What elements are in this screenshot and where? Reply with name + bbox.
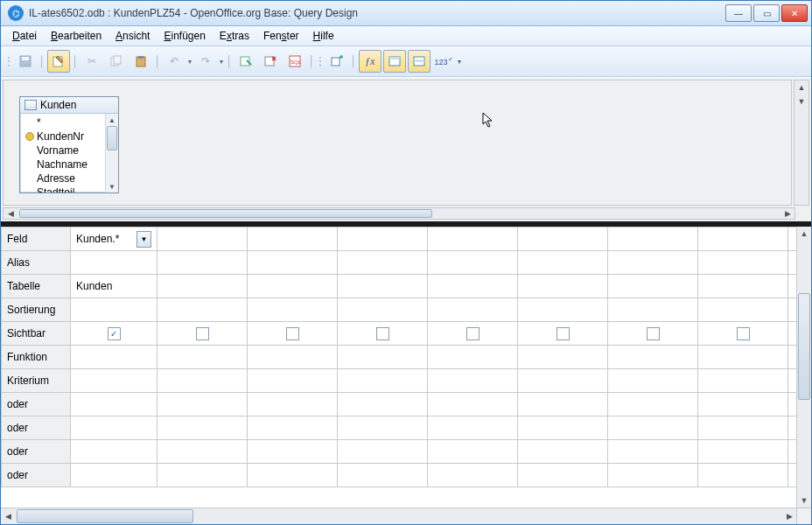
grid-cell[interactable]	[338, 393, 428, 416]
grid-cell[interactable]	[608, 298, 698, 322]
menu-help[interactable]: Hilfe	[307, 28, 340, 44]
table-canvas[interactable]: Kunden *KundenNrVornameNachnameAdresseSt…	[3, 80, 792, 206]
grid-cell[interactable]	[608, 416, 698, 440]
grid-cell[interactable]	[428, 464, 518, 487]
distinct-dropdown[interactable]: ▾	[456, 58, 463, 66]
copy-button[interactable]	[105, 50, 128, 73]
scroll-thumb[interactable]	[19, 209, 432, 218]
grid-cell[interactable]	[428, 322, 518, 346]
grid-cell[interactable]	[428, 369, 518, 393]
grid-cell[interactable]	[788, 251, 797, 275]
grid-cell[interactable]	[71, 464, 158, 487]
grid-cell[interactable]	[158, 369, 248, 393]
grid-cell[interactable]: Kunden.*▼	[71, 228, 158, 251]
scroll-down-icon[interactable]: ▼	[106, 180, 118, 192]
scroll-down-icon[interactable]: ▼	[794, 94, 808, 108]
redo-dropdown[interactable]: ▾	[218, 58, 225, 66]
grid-cell[interactable]	[518, 440, 608, 464]
visible-checkbox[interactable]	[647, 327, 660, 340]
edit-mode-button[interactable]	[47, 50, 70, 73]
sql-view-button[interactable]: SQL	[284, 50, 306, 73]
grid-cell[interactable]	[608, 346, 698, 369]
grid-cell[interactable]	[71, 369, 158, 393]
grid-cell[interactable]	[788, 416, 797, 440]
menu-insert[interactable]: Einfügen	[158, 28, 211, 44]
grid-cell[interactable]	[71, 393, 158, 416]
grid-cell[interactable]	[698, 393, 788, 416]
grid-cell[interactable]	[518, 228, 608, 251]
grid-cell[interactable]	[338, 464, 428, 487]
grid-cell[interactable]	[518, 393, 608, 416]
table-scrollbar[interactable]: ▲ ▼	[105, 114, 118, 192]
grid-cell[interactable]	[248, 298, 338, 322]
grid-cell[interactable]	[518, 298, 608, 322]
grid-cell[interactable]	[518, 416, 608, 440]
design-grid[interactable]: FeldKunden.*▼AliasTabelleKundenSortierun…	[1, 227, 796, 508]
scroll-down-icon[interactable]: ▼	[797, 494, 811, 508]
visible-checkbox[interactable]	[737, 327, 750, 340]
functions-button[interactable]: ƒx	[359, 50, 382, 73]
visible-checkbox[interactable]	[466, 327, 480, 340]
scroll-up-icon[interactable]: ▲	[794, 80, 808, 94]
scroll-thumb[interactable]	[17, 509, 193, 523]
add-table-button[interactable]	[326, 50, 348, 73]
grid-cell[interactable]	[158, 440, 248, 464]
grid-cell[interactable]	[698, 275, 788, 298]
field-list[interactable]: *KundenNrVornameNachnameAdresseStadtteil	[20, 114, 105, 192]
grid-cell[interactable]	[248, 251, 338, 275]
field-item[interactable]: Nachname	[20, 158, 105, 172]
pane-vscrollbar[interactable]: ▲ ▼	[794, 80, 809, 206]
grid-cell[interactable]	[518, 322, 608, 346]
grid-hscrollbar[interactable]: ◀ ▶	[1, 508, 796, 524]
tablename-button[interactable]	[383, 50, 406, 73]
grid-cell[interactable]	[518, 251, 608, 275]
grid-cell[interactable]	[608, 369, 698, 393]
grid-cell[interactable]	[608, 275, 698, 298]
grid-cell[interactable]	[248, 369, 338, 393]
grid-cell[interactable]	[788, 275, 797, 298]
clear-query-button[interactable]	[259, 50, 282, 73]
grid-cell[interactable]	[248, 275, 338, 298]
undo-button[interactable]: ↶	[163, 50, 186, 73]
scroll-right-icon[interactable]: ▶	[780, 209, 794, 218]
visible-checkbox[interactable]	[556, 327, 570, 340]
grid-cell[interactable]	[428, 440, 518, 464]
run-query-button[interactable]	[234, 50, 257, 73]
paste-button[interactable]	[130, 50, 152, 73]
grid-cell[interactable]	[248, 464, 338, 487]
scroll-right-icon[interactable]: ▶	[782, 512, 796, 521]
grid-cell[interactable]	[698, 440, 788, 464]
grid-cell[interactable]	[518, 369, 608, 393]
grid-cell[interactable]	[248, 228, 338, 251]
grid-cell[interactable]	[698, 346, 788, 369]
grid-cell[interactable]	[788, 464, 797, 487]
grid-cell[interactable]	[71, 416, 158, 440]
grid-cell[interactable]	[698, 298, 788, 322]
grid-cell[interactable]	[158, 322, 248, 346]
grid-cell[interactable]	[608, 251, 698, 275]
grid-cell[interactable]	[788, 440, 797, 464]
grid-vscrollbar[interactable]: ▲ ▼	[796, 227, 811, 508]
field-item[interactable]: Stadtteil	[20, 186, 105, 192]
dropdown-icon[interactable]: ▼	[136, 231, 151, 248]
grid-cell[interactable]	[338, 251, 428, 275]
scroll-thumb[interactable]	[798, 293, 810, 400]
grid-cell[interactable]	[428, 228, 518, 251]
titlebar[interactable]: ⌬ IL-ates6502.odb : KundenPLZ54 - OpenOf…	[1, 1, 811, 26]
field-item[interactable]: Adresse	[20, 172, 105, 186]
grid-cell[interactable]	[698, 322, 788, 346]
redo-button[interactable]: ↷	[194, 50, 217, 73]
visible-checkbox[interactable]: ✓	[108, 327, 121, 340]
grid-cell[interactable]	[698, 464, 788, 487]
grid-cell[interactable]	[428, 416, 518, 440]
visible-checkbox[interactable]	[196, 327, 209, 340]
grid-cell[interactable]	[158, 416, 248, 440]
grid-cell[interactable]	[338, 322, 428, 346]
scroll-thumb[interactable]	[107, 126, 117, 150]
distinct-button[interactable]: 123✓	[432, 50, 455, 73]
grid-cell[interactable]: Kunden	[71, 275, 158, 298]
grid-cell[interactable]	[608, 228, 698, 251]
scroll-left-icon[interactable]: ◀	[4, 209, 18, 218]
grid-cell[interactable]	[788, 393, 797, 416]
pane-hscrollbar[interactable]: ◀ ▶	[3, 207, 795, 220]
